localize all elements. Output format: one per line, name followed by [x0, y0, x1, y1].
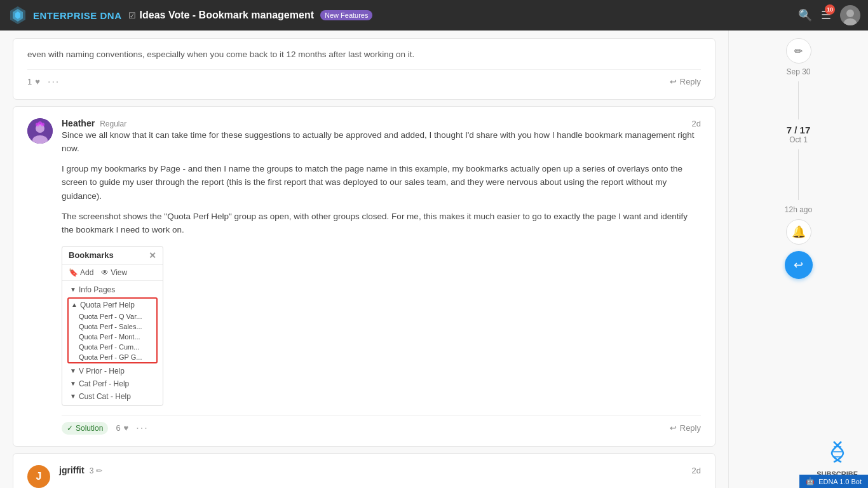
add-icon: 🔖: [69, 268, 78, 277]
dna-icon: [827, 440, 848, 468]
heather-post-footer: ✓ Solution 6 ♥ ··· ↩ Reply: [62, 415, 701, 435]
post-progress: 7 / 17 Oct 1: [787, 125, 811, 144]
heather-post-content: Heather Regular 2d Since we all know tha…: [62, 118, 701, 435]
svg-point-4: [846, 10, 854, 17]
new-features-tag[interactable]: New Features: [320, 10, 372, 20]
cat-perf-group[interactable]: ▼ Cat Perf - Help: [67, 377, 158, 390]
edit-button[interactable]: ✏: [786, 38, 811, 64]
jgriffit-post-card: J jgriffit 3 ✏ 2d: [13, 453, 715, 488]
first-post-actions: 1 ♥ ···: [27, 76, 661, 88]
progress-number: 7 / 17: [787, 125, 811, 135]
bookmark-item-4[interactable]: Quota Perf - Cum...: [69, 342, 156, 352]
heart-icon: ♥: [35, 77, 40, 86]
bookmark-close-icon[interactable]: ✕: [149, 250, 156, 261]
chevron-down-icon-3: ▼: [70, 380, 76, 387]
quota-perf-help-group[interactable]: ▲ Quota Perf Help: [69, 299, 156, 311]
solution-icon: ✓: [67, 424, 73, 433]
arrow-up-icon: ↩: [794, 258, 803, 272]
bookmark-section: ▼ Info Pages ▲ Quota Perf Help Quota Per…: [62, 281, 163, 405]
quota-perf-highlighted: ▲ Quota Perf Help Quota Perf - Q Var... …: [67, 297, 158, 363]
heather-reply-button[interactable]: ↩ Reply: [670, 423, 701, 433]
logo-text: ENTERPRISE DNA: [33, 10, 122, 21]
edna-bot-badge[interactable]: 🤖 EDNA 1.0 Bot: [799, 475, 868, 488]
bookmark-item-2[interactable]: Quota Perf - Sales...: [69, 322, 156, 332]
bookmark-panel-header: Bookmarks ✕: [62, 247, 163, 265]
reply-icon: ↩: [670, 77, 677, 86]
user-avatar[interactable]: [840, 5, 860, 25]
v-prior-group[interactable]: ▼ V Prior - Help: [67, 365, 158, 377]
bookmark-view-button[interactable]: 👁 View: [101, 268, 127, 277]
header-actions: 🔍 ☰ 10: [798, 5, 860, 25]
heather-post-time: 2d: [692, 119, 701, 128]
info-pages-group[interactable]: ▼ Info Pages: [67, 283, 158, 296]
heather-like-button[interactable]: 6 ♥: [116, 423, 128, 433]
robot-icon: 🤖: [806, 477, 815, 485]
heather-role: Regular: [100, 119, 126, 128]
heather-post-meta: Heather Regular 2d: [62, 118, 701, 128]
bookmark-add-button[interactable]: 🔖 Add: [69, 268, 93, 277]
first-post-body: even with naming conventions, especially…: [27, 48, 701, 62]
oct1-date: Oct 1: [787, 135, 811, 144]
sidebar-divider-2: [798, 149, 799, 200]
page-title: Ideas Vote - Bookmark management: [140, 10, 314, 21]
jgriffit-post-content: jgriffit 3 ✏ 2d: [59, 465, 701, 475]
heather-post-inner: Heather Regular 2d Since we all know tha…: [27, 118, 701, 435]
main-layout: even with naming conventions, especially…: [0, 30, 868, 488]
heather-avatar-area: [27, 118, 53, 144]
heather-more-button[interactable]: ···: [136, 423, 148, 434]
jgriffit-avatar: J: [27, 465, 50, 488]
first-post-footer: 1 ♥ ··· ↩ Reply: [27, 69, 701, 88]
chevron-down-icon: ▼: [70, 286, 76, 293]
solution-badge[interactable]: ✓ Solution: [62, 422, 108, 435]
logo-icon: [8, 5, 28, 25]
heather-footer-actions: ✓ Solution 6 ♥ ···: [62, 422, 661, 435]
sidebar-divider-1: [798, 81, 799, 119]
header-title-area: ☑ Ideas Vote - Bookmark management New F…: [128, 10, 792, 21]
heart-icon-2: ♥: [124, 423, 129, 433]
jgriffit-edit-info: 3 ✏: [90, 466, 102, 475]
scroll-indicator: ✏ Sep 30 7 / 17 Oct 1 12h ago 🔔 ↩: [785, 38, 813, 279]
first-post-reply-button[interactable]: ↩ Reply: [670, 77, 701, 86]
bookmark-item-3[interactable]: Quota Perf - Mont...: [69, 332, 156, 342]
jgriffit-username[interactable]: jgriffit: [59, 465, 85, 475]
first-post-more-button[interactable]: ···: [48, 76, 60, 88]
app-header: ENTERPRISE DNA ☑ Ideas Vote - Bookmark m…: [0, 0, 868, 30]
first-post-card: even with naming conventions, especially…: [13, 38, 715, 100]
notification-badge: 10: [825, 4, 835, 15]
chevron-down-icon-2: ▼: [70, 367, 76, 374]
bookmark-toolbar: 🔖 Add 👁 View: [62, 265, 163, 281]
heather-username[interactable]: Heather: [62, 118, 95, 128]
view-icon: 👁: [101, 268, 109, 277]
right-sidebar: ✏ Sep 30 7 / 17 Oct 1 12h ago 🔔 ↩: [728, 30, 868, 488]
hamburger-menu-button[interactable]: ☰ 10: [821, 8, 831, 22]
sep30-date: Sep 30: [786, 67, 810, 76]
subscribe-area: SUBSCRIBE: [817, 440, 858, 478]
bookmark-item-1[interactable]: Quota Perf - Q Var...: [69, 311, 156, 322]
chevron-down-icon-4: ▼: [70, 393, 76, 400]
svg-point-11: [36, 123, 39, 126]
chevron-up-icon: ▲: [71, 301, 78, 308]
last-activity: 12h ago: [785, 205, 812, 214]
heather-post-card: Heather Regular 2d Since we all know tha…: [13, 106, 715, 447]
logo-area[interactable]: ENTERPRISE DNA: [8, 5, 122, 25]
notification-bell-button[interactable]: 🔔: [786, 219, 811, 245]
content-area: even with naming conventions, especially…: [0, 30, 728, 488]
back-to-top-button[interactable]: ↩: [785, 251, 813, 279]
cust-cat-group[interactable]: ▼ Cust Cat - Help: [67, 390, 158, 403]
heather-post-body: Since we all know that it can take time …: [62, 128, 701, 237]
first-post-like-button[interactable]: 1 ♥: [27, 77, 40, 86]
jgriffit-post-meta: jgriffit 3 ✏ 2d: [59, 465, 701, 475]
heather-avatar: [27, 118, 53, 144]
search-button[interactable]: 🔍: [798, 8, 812, 22]
bookmark-screenshot: Bookmarks ✕ 🔖 Add 👁 View: [62, 246, 163, 406]
title-checkbox-icon: ☑: [128, 11, 136, 20]
jgriffit-post-time: 2d: [692, 466, 701, 475]
reply-icon-2: ↩: [670, 423, 677, 433]
bookmark-item-5[interactable]: Quota Perf - GP G...: [69, 352, 156, 362]
